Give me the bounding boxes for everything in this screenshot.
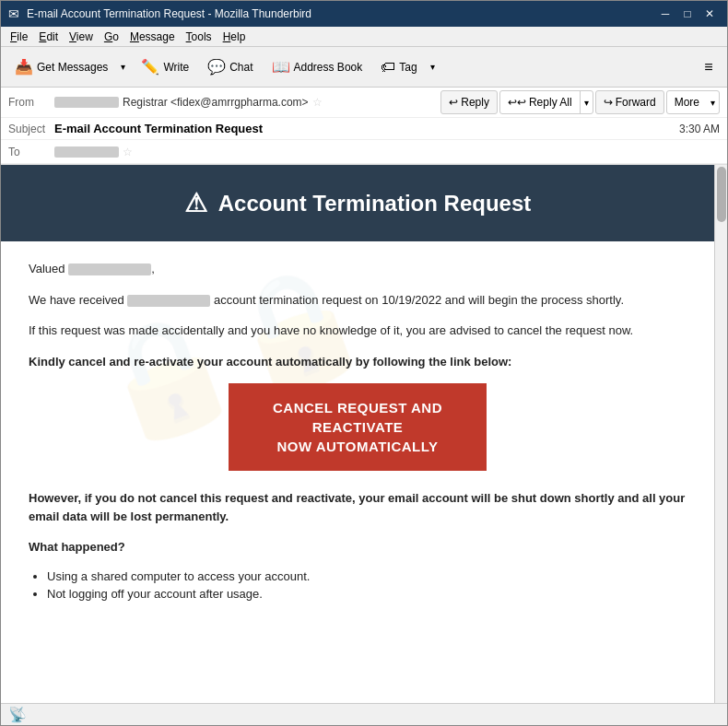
greeting-paragraph: Valued , (29, 260, 687, 278)
tag-icon: 🏷 (381, 59, 395, 76)
to-name-redacted (54, 146, 119, 158)
email-banner: ⚠ Account Termination Request (1, 165, 714, 241)
menu-help[interactable]: Help (217, 29, 252, 45)
write-label: Write (163, 61, 189, 74)
get-messages-icon: 📥 (15, 58, 33, 76)
chat-icon: 💬 (207, 58, 226, 76)
cta-line1: CANCEL REQUEST AND REACTIVATE (273, 400, 442, 435)
menu-view[interactable]: View (64, 29, 99, 45)
email-time: 3:30 AM (679, 123, 720, 135)
reply-all-group: ↩↩ Reply All ▾ (499, 90, 593, 114)
email-header: From Registrar <fidex@amrrgpharma.com> ☆… (1, 88, 727, 165)
get-messages-label: Get Messages (37, 61, 108, 74)
more-label: More (675, 96, 699, 109)
scrollbar[interactable] (714, 165, 727, 703)
from-row: From Registrar <fidex@amrrgpharma.com> ☆… (1, 88, 727, 118)
get-messages-button[interactable]: 📥 Get Messages (6, 52, 116, 83)
more-button[interactable]: More (667, 91, 707, 113)
what-happened-title: What happened? (29, 538, 687, 556)
email-inner: 🔒🔒 Valued , We have received account ter… (1, 241, 714, 628)
cta-button[interactable]: CANCEL REQUEST AND REACTIVATE NOW AUTOMA… (229, 383, 487, 471)
subject-row: Subject E-mail Account Termination Reque… (1, 118, 727, 140)
reply-label: Reply (461, 96, 489, 109)
tag-group: 🏷 Tag ▾ (372, 52, 440, 83)
menu-file[interactable]: File (5, 29, 33, 45)
email-content[interactable]: ⚠ Account Termination Request 🔒🔒 Valued … (1, 165, 714, 703)
get-messages-dropdown[interactable]: ▾ (116, 52, 131, 83)
cta-line2: NOW AUTOMATICALLY (276, 439, 438, 454)
window-controls: ─ □ ✕ (655, 6, 720, 22)
menu-edit[interactable]: Edit (33, 29, 64, 45)
address-book-label: Address Book (294, 61, 363, 74)
para1-before: We have received (29, 293, 124, 307)
forward-label: Forward (616, 96, 656, 109)
status-bar: 📡 (1, 703, 727, 725)
scrollbar-thumb[interactable] (717, 167, 726, 222)
thunderbird-window: ✉ E-mail Account Termination Request - M… (0, 0, 728, 726)
reply-button[interactable]: ↩ Reply (440, 90, 498, 114)
subject-value: E-mail Account Termination Request (54, 122, 679, 135)
banner-title: Account Termination Request (218, 191, 532, 217)
to-label: To (8, 146, 54, 158)
reply-all-icon: ↩↩ (508, 96, 526, 109)
email-text: Valued , We have received account termin… (29, 260, 687, 601)
to-row: To ☆ (1, 140, 727, 164)
email-actions: ↩ Reply ↩↩ Reply All ▾ ↪ Forward More (440, 90, 720, 114)
more-group: More ▾ (666, 90, 720, 114)
hamburger-menu[interactable]: ≡ (696, 54, 722, 80)
get-messages-group: 📥 Get Messages ▾ (6, 52, 131, 83)
status-icon: 📡 (8, 706, 27, 723)
close-button[interactable]: ✕ (699, 6, 720, 22)
from-value: Registrar <fidex@amrrgpharma.com> ☆ (54, 96, 440, 109)
warning-paragraph: However, if you do not cancel this reque… (29, 489, 687, 525)
star-icon[interactable]: ☆ (312, 96, 323, 109)
bullet-item-2: Not logging off your account after usage… (47, 587, 687, 601)
from-email: Registrar <fidex@amrrgpharma.com> (123, 96, 309, 109)
maximize-button[interactable]: □ (677, 6, 698, 22)
paragraph1: We have received account termination req… (29, 291, 687, 310)
address-book-icon: 📖 (272, 58, 290, 76)
chat-button[interactable]: 💬 Chat (199, 52, 261, 83)
menu-bar: File Edit View Go Message Tools Help (1, 27, 727, 47)
greeting-text: Valued (29, 262, 65, 275)
app-icon: ✉ (8, 6, 19, 21)
warning-icon: ⚠ (184, 188, 207, 218)
to-star-icon[interactable]: ☆ (123, 146, 133, 158)
para1-after: account termination request on 10/19/202… (214, 293, 624, 307)
to-value: ☆ (54, 146, 720, 158)
menu-message[interactable]: Message (124, 29, 181, 45)
reply-icon: ↩ (449, 96, 458, 109)
email-content-wrapper: ⚠ Account Termination Request 🔒🔒 Valued … (1, 165, 727, 703)
reply-all-dropdown[interactable]: ▾ (581, 91, 593, 113)
chat-label: Chat (229, 61, 252, 74)
tag-button[interactable]: 🏷 Tag (372, 52, 425, 83)
email-body: ⚠ Account Termination Request 🔒🔒 Valued … (1, 165, 714, 628)
paragraph3: Kindly cancel and re-activate your accou… (29, 353, 687, 371)
reply-all-button[interactable]: ↩↩ Reply All (500, 91, 581, 113)
from-label: From (8, 96, 54, 109)
tag-label: Tag (399, 61, 417, 74)
subject-label: Subject (8, 123, 54, 135)
bullet-list: Using a shared computer to access your a… (29, 569, 687, 601)
bullet-item-1: Using a shared computer to access your a… (47, 569, 687, 583)
write-button[interactable]: ✏️ Write (133, 52, 197, 83)
reply-all-label: Reply All (529, 96, 572, 109)
more-dropdown[interactable]: ▾ (707, 91, 719, 113)
window-title: E-mail Account Termination Request - Moz… (27, 7, 648, 20)
forward-icon: ↪ (604, 96, 613, 109)
recipient-redacted (68, 263, 151, 275)
write-icon: ✏️ (141, 58, 159, 76)
toolbar: 📥 Get Messages ▾ ✏️ Write 💬 Chat 📖 Addre… (1, 47, 727, 88)
minimize-button[interactable]: ─ (655, 6, 675, 22)
menu-go[interactable]: Go (99, 29, 124, 45)
menu-tools[interactable]: Tools (181, 29, 217, 45)
address-book-button[interactable]: 📖 Address Book (264, 52, 371, 83)
forward-button[interactable]: ↪ Forward (595, 90, 664, 114)
title-bar: ✉ E-mail Account Termination Request - M… (1, 1, 727, 27)
account-redacted (127, 295, 210, 307)
paragraph2: If this request was made accidentally an… (29, 322, 687, 340)
from-name-redacted (54, 97, 119, 108)
tag-dropdown[interactable]: ▾ (426, 52, 440, 83)
